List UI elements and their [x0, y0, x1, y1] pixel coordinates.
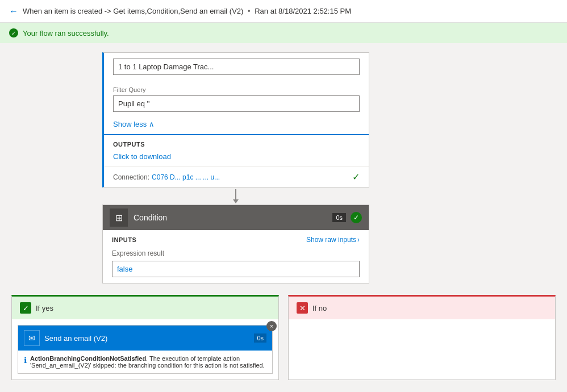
filter-query-label: Filter Query: [113, 86, 360, 93]
main-content: 1 to 1 Laptop Damage Trac... Filter Quer…: [0, 43, 567, 392]
condition-time-badge: 0s: [332, 213, 346, 222]
connection-row: Connection: C076 D... p1c ... ... u... ✓: [104, 166, 369, 187]
success-icon: ✓: [9, 28, 18, 37]
arrow-head: [233, 199, 239, 203]
condition-card: ⊞ Condition 0s ✓ INPUTS Show raw inputs …: [102, 205, 369, 283]
send-email-title: Send an email (V2): [44, 334, 107, 343]
table-name-field: 1 to 1 Laptop Damage Trac...: [104, 53, 369, 81]
send-email-header: ✉ Send an email (V2) 0s: [18, 326, 272, 351]
outputs-label: OUTPUTS: [113, 141, 360, 148]
if-yes-label: If yes: [36, 304, 53, 312]
connection-link[interactable]: C076 D... p1c ... ... u...: [152, 173, 220, 181]
if-no-header: ✕ If no: [289, 297, 555, 319]
arrow-connector: [102, 187, 369, 205]
connection-status-icon: ✓: [352, 172, 360, 182]
outputs-section: OUTPUTS Click to download: [104, 134, 369, 166]
condition-success-badge: ✓: [351, 212, 362, 223]
error-row: ℹ ActionBranchingConditionNotSatisfied. …: [18, 351, 272, 373]
if-yes-card: ✓ If yes × ✉ Send an email (V2) 0s ℹ Act…: [11, 295, 279, 380]
filter-query-value: Pupil eq '': [113, 95, 360, 112]
top-bar: ← When an item is created -> Get items,C…: [0, 0, 567, 23]
error-text: ActionBranchingConditionNotSatisfied. Th…: [30, 355, 266, 369]
if-no-card: ✕ If no: [288, 295, 556, 380]
expression-label: Expression result: [112, 249, 360, 257]
filter-query-field: Filter Query Pupil eq '': [104, 81, 369, 118]
expression-value: false: [112, 261, 360, 277]
if-yes-header: ✓ If yes: [12, 297, 278, 319]
info-icon: ℹ: [24, 356, 27, 365]
close-button[interactable]: ×: [266, 321, 277, 331]
outlook-icon: ✉: [24, 330, 40, 346]
branch-row: ✓ If yes × ✉ Send an email (V2) 0s ℹ Act…: [11, 295, 556, 386]
send-email-time-badge: 0s: [254, 333, 266, 343]
connection-label: Connection:: [113, 173, 149, 181]
get-items-card: 1 to 1 Laptop Damage Trac... Filter Quer…: [102, 52, 369, 187]
click-to-download-link[interactable]: Click to download: [113, 152, 171, 161]
condition-header: ⊞ Condition 0s ✓: [103, 205, 369, 230]
condition-inputs-section: INPUTS Show raw inputs › Expression resu…: [103, 230, 369, 283]
success-banner: ✓ Your flow ran successfully.: [0, 23, 567, 43]
no-icon: ✕: [297, 302, 308, 314]
condition-title: Condition: [134, 213, 167, 222]
condition-icon: ⊞: [110, 208, 128, 227]
show-raw-inputs-button[interactable]: Show raw inputs ›: [306, 236, 360, 244]
arrow-stem: [235, 189, 236, 199]
yes-icon: ✓: [20, 302, 31, 314]
success-text: Your flow ran successfully.: [23, 29, 109, 37]
if-no-label: If no: [312, 304, 327, 312]
flow-title: When an item is created -> Get items,Con…: [23, 7, 351, 15]
table-name-value: 1 to 1 Laptop Damage Trac...: [113, 59, 360, 75]
send-email-sub-card: × ✉ Send an email (V2) 0s ℹ ActionBranch…: [18, 325, 273, 374]
inputs-label: INPUTS: [112, 236, 136, 243]
show-less-button[interactable]: Show less ∧: [104, 118, 369, 134]
back-button[interactable]: ←: [9, 6, 18, 16]
